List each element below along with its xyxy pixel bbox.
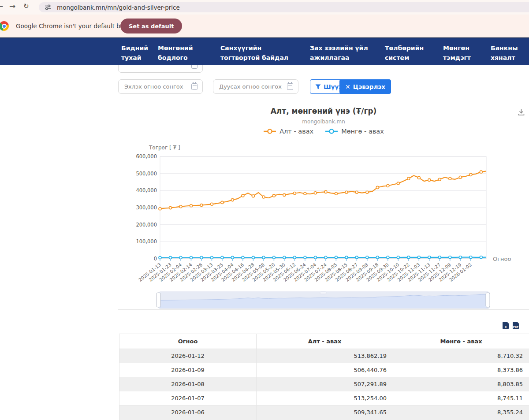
- cell-value: 513,862.19: [257, 349, 393, 363]
- table-header: Алт - авах: [257, 334, 393, 349]
- close-icon: ✕: [345, 83, 350, 90]
- chart-legend: Алт - авахМөнгө - авах: [118, 128, 529, 135]
- start-date-field[interactable]: [123, 83, 189, 90]
- y-tick-label: 400,000: [136, 187, 157, 193]
- table-row: 2026-01-06509,341.658,355.24: [119, 405, 529, 420]
- page: ← → ↻ mongolbank.mn/mn/gold-and-silver-p…: [0, 0, 529, 420]
- cell-date: 2026-01-08: [119, 377, 257, 391]
- set-default-button[interactable]: Set as default: [120, 19, 182, 33]
- site-info-icon[interactable]: [45, 4, 51, 11]
- forward-icon[interactable]: →: [9, 2, 15, 11]
- cell-value: 8,710.32: [393, 349, 529, 363]
- nav-item-5[interactable]: Мөнгөн тэмдэгт: [443, 43, 483, 63]
- table-header: Огноо: [119, 334, 257, 349]
- table-row: 2026-01-09506,440.768,373.86: [119, 363, 529, 377]
- end-date-field[interactable]: [218, 83, 284, 90]
- y-axis-title: Төгрөг [ ₮ ]: [149, 145, 180, 151]
- section-divider: [118, 309, 529, 310]
- y-tick-label: 100,000: [136, 238, 157, 245]
- series-line-1: [160, 257, 486, 258]
- funnel-icon: [315, 84, 321, 89]
- y-tick-label: 500,000: [136, 171, 157, 177]
- nav-item-0[interactable]: Бидний тухай: [121, 43, 156, 63]
- y-tick-label: 300,000: [136, 204, 157, 211]
- table-header-row: ОгнооАлт - авахМөнгө - авах: [119, 334, 529, 349]
- cell-value: 8,373.86: [393, 363, 529, 377]
- start-date-input[interactable]: [118, 79, 203, 94]
- cell-value: 509,341.65: [257, 405, 393, 420]
- url-text: mongolbank.mn/mn/gold-and-silver-price: [57, 4, 180, 11]
- chart-title: Алт, мөнгөний үнэ (₮/гр): [118, 107, 529, 115]
- legend-label: Алт - авах: [279, 128, 313, 135]
- back-icon[interactable]: ←: [0, 2, 3, 11]
- x-axis-title: Огноо: [493, 256, 511, 262]
- calendar-icon: [287, 83, 293, 90]
- price-table: ОгнооАлт - авахМөнгө - авах 2026-01-1251…: [119, 334, 529, 420]
- browser-toolbar: ← → ↻ mongolbank.mn/mn/gold-and-silver-p…: [0, 0, 529, 15]
- y-tick-label: 600,000: [136, 153, 157, 160]
- cell-value: 8,803.85: [393, 377, 529, 391]
- nav-item-2[interactable]: Санхүүгийн тогтвортой байдал: [220, 43, 298, 63]
- y-tick-label: 0: [154, 256, 157, 262]
- table-row: 2026-01-12513,862.198,710.32: [119, 349, 529, 363]
- legend-item-1[interactable]: Мөнгө - авах: [325, 128, 384, 135]
- main-nav: Бидний тухайМөнгөний бодлогоСанхүүгийн т…: [0, 37, 529, 65]
- clear-button[interactable]: ✕ Цэвэрлэх: [339, 79, 391, 94]
- cell-date: 2026-01-12: [119, 349, 257, 363]
- cell-date: 2026-01-07: [119, 391, 257, 405]
- y-tick-label: 200,000: [136, 222, 157, 228]
- navigator-handle-right[interactable]: [486, 293, 490, 307]
- end-date-input[interactable]: [213, 79, 298, 94]
- price-chart: Төгрөг [ ₮ ]0100,000200,000300,000400,00…: [132, 143, 529, 313]
- legend-marker-icon: [325, 128, 338, 134]
- url-bar[interactable]: mongolbank.mn/mn/gold-and-silver-price: [39, 2, 529, 12]
- default-browser-banner: Google Chrome isn't your default browser…: [0, 15, 529, 38]
- cell-value: 513,254.00: [257, 391, 393, 405]
- clear-button-label: Цэвэрлэх: [353, 83, 385, 90]
- series-line-0: [160, 171, 486, 208]
- cell-value: 507,291.89: [257, 377, 393, 391]
- nav-item-3[interactable]: Зах зээлийн үйл ажиллагаа: [310, 43, 372, 63]
- navigator-handle-left[interactable]: [156, 293, 160, 307]
- cell-value: 8,355.24: [393, 405, 529, 420]
- cell-value: 8,745.11: [393, 391, 529, 405]
- nav-item-4[interactable]: Төлбөрийн систем: [385, 43, 431, 63]
- chrome-logo-icon: [0, 21, 9, 31]
- cell-value: 506,440.76: [257, 363, 393, 377]
- excel-export-icon[interactable]: X: [503, 322, 509, 329]
- nav-item-6[interactable]: Банкны хяналт шалгалт: [491, 43, 529, 72]
- legend-marker-icon: [263, 128, 276, 134]
- cell-date: 2026-01-06: [119, 405, 257, 420]
- legend-item-0[interactable]: Алт - авах: [263, 128, 313, 135]
- calendar-icon: [191, 83, 197, 90]
- export-buttons: X PDF: [503, 322, 519, 329]
- reload-icon[interactable]: ↻: [23, 2, 29, 10]
- table-row: 2026-01-08507,291.898,803.85: [119, 377, 529, 391]
- table-header: Мөнгө - авах: [393, 334, 529, 349]
- chart-subtitle: mongolbank.mn: [118, 119, 529, 125]
- pdf-export-icon[interactable]: PDF: [513, 322, 519, 329]
- download-icon[interactable]: [518, 108, 525, 118]
- nav-item-1[interactable]: Мөнгөний бодлого: [158, 43, 204, 63]
- cell-date: 2026-01-09: [119, 363, 257, 377]
- legend-label: Мөнгө - авах: [341, 128, 384, 135]
- table-row: 2026-01-07513,254.008,745.11: [119, 391, 529, 405]
